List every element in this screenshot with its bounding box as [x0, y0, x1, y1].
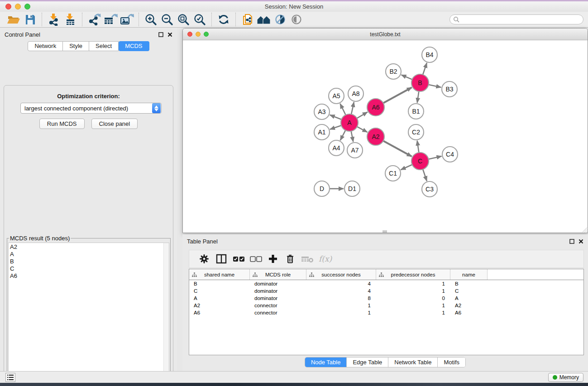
graph-node-label-C1: C1 [389, 170, 397, 177]
window-resize-grip[interactable] [582, 227, 587, 232]
split-handle[interactable] [382, 230, 387, 233]
graph-node-label-A7: A7 [351, 147, 359, 154]
graph-edge-B-B4[interactable] [423, 63, 427, 75]
select-columns-icon[interactable] [213, 252, 230, 266]
memory-button[interactable]: Memory [548, 373, 583, 382]
table-row[interactable]: A dominator 8 0 A [189, 295, 583, 302]
open-session-icon[interactable] [5, 12, 22, 27]
table-row[interactable]: A2 connector 1 1 A2 [189, 302, 583, 309]
graph-edge-A-A4[interactable] [340, 130, 346, 140]
network-canvas[interactable]: AA1A2A3A4A5A6A7A8BB1B2B3B4CC1C2C3C4DD1 [183, 40, 588, 233]
optimization-criterion-label: Optimization criterion: [4, 93, 173, 100]
zoom-fit-icon[interactable] [175, 12, 191, 27]
graph-node-label-A4: A4 [332, 144, 340, 152]
import-table-icon[interactable] [62, 12, 78, 27]
tab-select[interactable]: Select [89, 41, 119, 51]
node-table[interactable]: shared name MCDS role successor nodes [189, 269, 584, 355]
column-header-name[interactable]: name [450, 269, 488, 280]
task-history-button[interactable] [5, 373, 15, 382]
search-field[interactable] [449, 14, 583, 24]
table-settings-gear-icon[interactable] [196, 252, 213, 266]
graph-edge-C-C4[interactable] [429, 156, 442, 159]
column-header-mcds-role[interactable]: MCDS role [250, 269, 306, 280]
close-panel-button[interactable]: Close panel [91, 119, 138, 129]
tab-mcds[interactable]: MCDS [119, 41, 149, 51]
tab-network[interactable]: Network [28, 41, 63, 51]
graph-node-label-C3: C3 [425, 186, 434, 193]
graph-node-label-A8: A8 [352, 90, 359, 97]
graph-node-label-B3: B3 [445, 86, 453, 93]
graph-edge-A-A8[interactable] [351, 102, 354, 114]
graph-edge-A-A1[interactable] [330, 125, 341, 129]
mcds-result-item[interactable]: B [10, 258, 167, 265]
add-column-icon[interactable] [264, 252, 282, 266]
graph-edge-A-A7[interactable] [351, 131, 354, 142]
export-image-icon[interactable] [119, 12, 135, 27]
mcds-result-item[interactable]: A2 [10, 243, 167, 251]
search-input[interactable] [459, 15, 583, 24]
export-table-icon[interactable] [102, 12, 119, 27]
delete-column-trash-icon[interactable] [282, 252, 299, 266]
table-row[interactable]: A6 connector 1 1 A6 [189, 309, 583, 316]
select-all-rows-icon[interactable] [230, 252, 247, 266]
graph-node-label-D1: D1 [348, 185, 356, 192]
mcds-result-item[interactable]: A [10, 251, 167, 258]
import-network-icon[interactable] [46, 12, 62, 27]
run-mcds-button[interactable]: Run MCDS [39, 119, 85, 129]
graph-edge-B-B2[interactable] [401, 75, 412, 79]
graph-edge-A2-C[interactable] [383, 141, 412, 157]
column-header-successor-nodes[interactable]: successor nodes [306, 269, 376, 280]
zoom-out-icon[interactable] [159, 12, 175, 27]
graph-edge-C-C2[interactable] [417, 141, 419, 152]
tab-network-table[interactable]: Network Table [388, 357, 438, 367]
network-graph[interactable]: AA1A2A3A4A5A6A7A8BB1B2B3B4CC1C2C3C4DD1 [183, 40, 588, 233]
mcds-result-item[interactable]: C [10, 265, 167, 272]
table-row[interactable]: C dominator 4 1 C [189, 287, 583, 295]
table-row[interactable]: B dominator 4 1 B [189, 280, 583, 287]
network-window-titlebar[interactable]: testGlobe.txt [183, 29, 588, 40]
graph-node-label-A2: A2 [372, 133, 379, 140]
column-header-predecessor-nodes[interactable]: predecessor nodes [376, 269, 450, 280]
graph-edge-C-C3[interactable] [423, 169, 427, 181]
column-header-shared-name[interactable]: shared name [189, 269, 250, 280]
graph-edge-A-A3[interactable] [330, 115, 342, 119]
show-hide-panels-eye-icon[interactable] [288, 12, 305, 27]
mcds-result-list[interactable]: A2 A B C A6 [8, 243, 169, 386]
graph-edge-A-A6[interactable] [357, 112, 367, 119]
network-column-icon [309, 272, 314, 277]
show-hide-graphics-icon[interactable] [272, 12, 288, 27]
graph-node-label-B1: B1 [412, 108, 420, 115]
refresh-icon[interactable] [215, 12, 232, 27]
network-column-icon [379, 272, 384, 277]
close-panel-icon[interactable] [167, 32, 172, 37]
float-panel-icon[interactable] [158, 32, 163, 37]
deselect-all-rows-icon[interactable] [247, 252, 264, 266]
graph-edge-A-A5[interactable] [340, 104, 345, 115]
criterion-dropdown[interactable]: largest connected component (directed) [20, 103, 162, 114]
graph-edge-B-B1[interactable] [417, 91, 419, 103]
graph-node-label-A6: A6 [372, 104, 379, 111]
save-session-icon[interactable] [22, 12, 38, 27]
tab-motifs[interactable]: Motifs [438, 357, 465, 367]
home-icon[interactable] [256, 12, 272, 27]
result-scrollbar-track[interactable] [163, 243, 169, 386]
tab-node-table[interactable]: Node Table [305, 357, 347, 367]
graph-edge-A6-B[interactable] [383, 87, 412, 103]
mcds-result-item[interactable]: A6 [10, 272, 167, 280]
zoom-in-icon[interactable] [143, 12, 159, 27]
graph-node-label-C: C [418, 157, 422, 165]
tab-edge-table[interactable]: Edge Table [347, 357, 388, 367]
graph-edge-B-B3[interactable] [429, 85, 441, 87]
tab-style[interactable]: Style [63, 41, 89, 51]
float-table-panel-icon[interactable] [569, 239, 574, 244]
graph-edge-A-A2[interactable] [357, 127, 368, 132]
control-panel: Control Panel Network Style Select MCDS … [0, 28, 177, 371]
clone-network-icon[interactable] [239, 12, 256, 27]
graph-node-label-A: A [347, 119, 352, 126]
export-network-icon[interactable] [86, 12, 102, 27]
table-header-row: shared name MCDS role successor nodes [189, 269, 583, 280]
zoom-selected-icon[interactable] [191, 12, 208, 27]
close-table-panel-icon[interactable] [578, 239, 583, 244]
graph-edge-C-C1[interactable] [401, 165, 412, 170]
function-builder-icon: f(x) [319, 254, 332, 263]
